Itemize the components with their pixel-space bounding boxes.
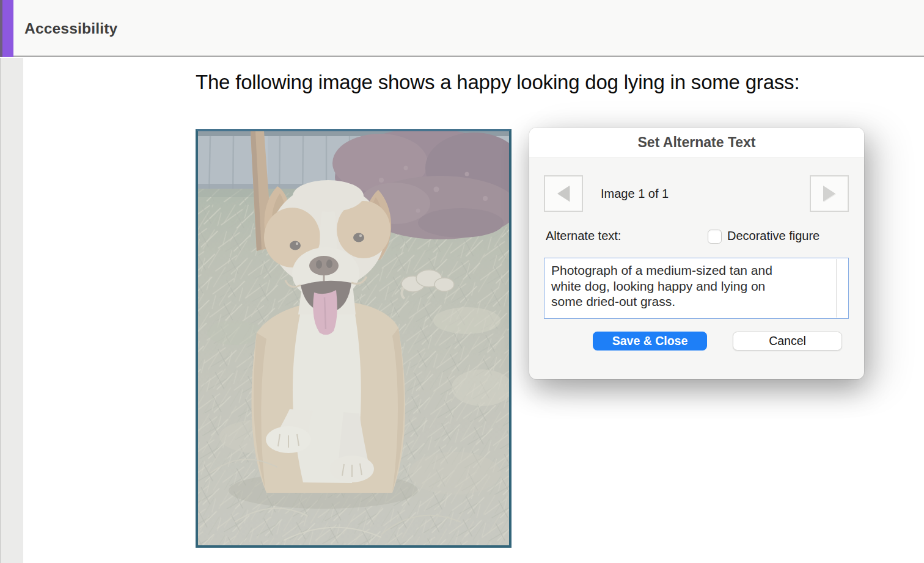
- accent-stripe: [0, 0, 13, 57]
- image-pager-label: Image 1 of 1: [601, 175, 669, 212]
- decorative-figure-checkbox[interactable]: [708, 230, 722, 244]
- accessibility-pane: Accessibility The following image shows …: [0, 0, 924, 563]
- document-heading: The following image shows a happy lookin…: [196, 71, 923, 94]
- panel-header: Accessibility: [0, 0, 924, 57]
- set-alternate-text-dialog: Set Alternate Text Image 1 of 1 Alternat…: [529, 128, 864, 379]
- next-image-icon: [823, 186, 835, 202]
- dog-photo[interactable]: [196, 129, 512, 548]
- dialog-titlebar: Set Alternate Text: [529, 128, 864, 158]
- decorative-figure-label: Decorative figure: [727, 229, 820, 243]
- alternate-text-value: Photograph of a medium-sized tan and whi…: [551, 263, 797, 310]
- next-image-button[interactable]: [810, 175, 849, 212]
- panel-title: Accessibility: [24, 0, 117, 57]
- previous-image-icon: [557, 186, 570, 202]
- save-and-close-button[interactable]: Save & Close: [593, 332, 707, 351]
- alternate-text-label: Alternate text:: [546, 229, 621, 243]
- dialog-title: Set Alternate Text: [638, 134, 756, 151]
- previous-image-button[interactable]: [544, 175, 583, 212]
- alternate-text-input[interactable]: Photograph of a medium-sized tan and whi…: [544, 258, 849, 319]
- cancel-button[interactable]: Cancel: [733, 332, 842, 351]
- collapsed-sidebar: [0, 58, 23, 563]
- dog-photo-illustration: [198, 131, 509, 545]
